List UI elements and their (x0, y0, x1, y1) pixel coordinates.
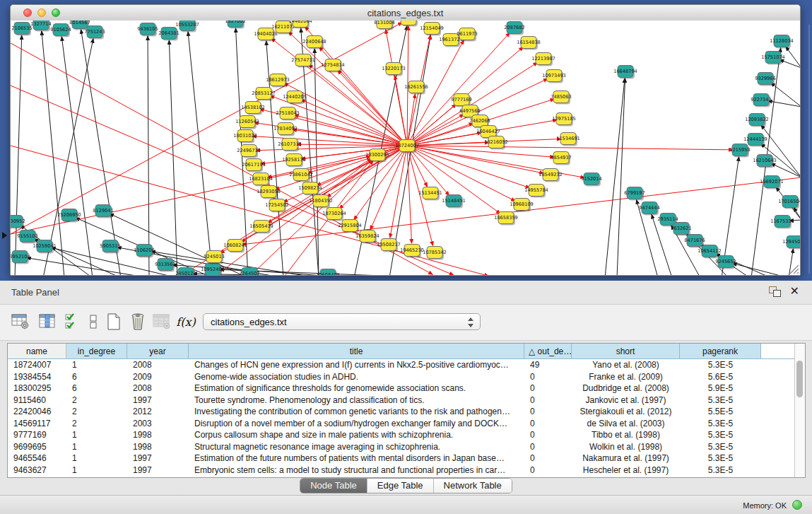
cell-in_degree[interactable]: 2 (66, 418, 127, 430)
graph-node[interactable]: 18730264 (322, 208, 346, 221)
table-row[interactable]: 946554611997Estimation of the future num… (8, 452, 805, 465)
graph-node[interactable]: 11128034 (770, 35, 794, 49)
cell-out_degree[interactable]: 0 (524, 395, 572, 407)
close-icon[interactable]: ✕ (790, 284, 799, 298)
cell-short[interactable]: Tibbo et al. (1998) (572, 429, 680, 441)
graph-edge[interactable] (169, 40, 177, 276)
cell-in_degree[interactable]: 1 (66, 441, 127, 453)
cell-in_degree[interactable]: 6 (66, 371, 127, 383)
graph-node[interactable]: 16210643 (753, 155, 777, 168)
graph-node[interactable]: 15751074 (761, 52, 785, 65)
cell-pagerank[interactable]: 5.3E-5 (680, 418, 761, 430)
cell-in_degree[interactable]: 1 (66, 465, 127, 477)
cell-in_degree[interactable]: 6 (66, 382, 127, 395)
cell-title[interactable]: Estimation of the future numbers of pati… (189, 452, 524, 465)
cell-year[interactable]: 1997 (127, 465, 189, 477)
graph-node[interactable]: 2450122 (175, 268, 196, 276)
graph-node[interactable]: 9474444 (639, 202, 659, 216)
column-header-year[interactable]: year (127, 344, 189, 359)
cell-in_degree[interactable]: 2 (66, 406, 127, 418)
graph-node[interactable]: 16648794 (613, 66, 637, 79)
cell-pagerank[interactable]: 5.3E-5 (680, 395, 761, 407)
graph-node[interactable]: 12945012 (782, 236, 801, 250)
cell-year[interactable]: 1997 (127, 395, 189, 407)
cell-year[interactable]: 2009 (127, 371, 189, 383)
graph-node[interactable]: 10785342 (423, 247, 447, 260)
cell-year[interactable]: 2008 (127, 382, 189, 395)
cell-out_degree[interactable]: 0 (524, 441, 572, 453)
graph-node[interactable]: 11534691 (556, 133, 580, 146)
graph-node[interactable]: 5905315 (100, 240, 120, 254)
panel-collapse-arrow[interactable] (2, 232, 7, 239)
cell-short[interactable]: Dudbridge et al. (2008) (572, 382, 680, 395)
graph-edge[interactable] (148, 36, 149, 276)
cell-title[interactable]: Structural magnetic resonance image aver… (189, 441, 524, 453)
table-row[interactable]: 969969511998Structural magnetic resonanc… (8, 441, 805, 453)
graph-node[interactable]: 18031022 (233, 130, 257, 144)
show-columns-button[interactable] (37, 310, 58, 333)
cell-pagerank[interactable]: 5.3E-5 (680, 465, 761, 477)
graph-edge[interactable] (81, 30, 121, 276)
graph-edge[interactable] (42, 31, 64, 276)
cell-pagerank[interactable]: 5.3E-5 (680, 359, 761, 371)
network-canvas[interactable]: 2106535132771491056248014567775124394361… (11, 21, 801, 276)
cell-out_degree[interactable]: 0 (524, 406, 572, 418)
graph-node[interactable]: 17016504 (778, 196, 801, 209)
delete-table-button[interactable] (151, 310, 172, 333)
graph-node[interactable]: 9854937 (551, 152, 571, 165)
cell-short[interactable]: Yano et al. (2008) (572, 359, 680, 371)
cell-out_degree[interactable]: 0 (524, 429, 572, 441)
table-row[interactable]: 911546021997Tourette syndrome. Phenomeno… (8, 395, 805, 407)
column-header-in_degree[interactable]: in_degree (66, 344, 127, 359)
cell-title[interactable]: Tourette syndrome. Phenomenology and cla… (189, 395, 524, 407)
graph-edge[interactable] (779, 60, 801, 68)
table-row[interactable]: 946362711997Embryonic stem cells: a mode… (8, 465, 805, 477)
cell-year[interactable]: 2008 (127, 359, 189, 371)
graph-node[interactable]: 3952104 (11, 251, 30, 264)
column-header-pagerank[interactable]: pagerank (680, 344, 761, 359)
graph-edge[interactable] (407, 62, 538, 146)
graph-node[interactable]: 7751243 (84, 26, 105, 40)
cell-pagerank[interactable]: 5.5E-5 (680, 406, 761, 418)
graph-node[interactable]: 1215958 (729, 144, 750, 158)
cell-year[interactable]: 1998 (127, 441, 189, 453)
graph-node[interactable]: 23861042 (289, 169, 313, 182)
cell-in_degree[interactable]: 1 (66, 359, 127, 371)
cell-name[interactable]: 14569117 (8, 418, 66, 430)
cell-out_degree[interactable]: 49 (524, 359, 572, 371)
graph-node[interactable]: 11675331 (770, 216, 794, 229)
network-table-selector[interactable]: citations_edges.txt (203, 313, 481, 330)
cell-name[interactable]: 18300295 (8, 382, 66, 395)
graph-node[interactable]: 22400648 (302, 36, 326, 49)
cell-title[interactable]: Corpus callosum shape and size in male p… (189, 429, 524, 441)
cell-pagerank[interactable]: 5.6E-5 (680, 371, 761, 383)
cell-out_degree[interactable]: 0 (524, 452, 572, 465)
column-header-out_degree[interactable]: △ out_de… (524, 344, 572, 359)
graph-node[interactable]: 9329966 (755, 73, 775, 86)
graph-node[interactable]: 14955784 (524, 185, 548, 198)
column-header-title[interactable]: title (189, 344, 524, 359)
cell-pagerank[interactable]: 5.3E-5 (680, 429, 761, 441)
graph-edge[interactable] (771, 83, 801, 107)
graph-edge[interactable] (617, 78, 625, 276)
cell-name[interactable]: 18724007 (8, 359, 66, 371)
graph-node[interactable]: 22915804 (338, 220, 362, 233)
float-window-icon[interactable] (769, 286, 781, 297)
column-header-short[interactable]: short (572, 344, 680, 359)
graph-node[interactable]: 8129041 (93, 205, 113, 218)
cell-title[interactable]: Estimation of significance thresholds fo… (189, 382, 524, 395)
graph-node[interactable]: 16154838 (517, 37, 541, 50)
graph-edge[interactable] (188, 32, 213, 276)
graph-node[interactable]: 1527002 (225, 21, 245, 29)
cell-name[interactable]: 22420046 (8, 406, 66, 418)
cell-name[interactable]: 9699695 (8, 441, 66, 453)
resize-grip-icon[interactable] (788, 263, 799, 274)
graph-node[interactable]: 13220173 (382, 63, 406, 76)
graph-edge[interactable] (295, 115, 407, 146)
cell-year[interactable]: 2003 (127, 418, 189, 430)
table-row[interactable]: 2242004622012Investigating the contribut… (8, 406, 805, 418)
graph-edge[interactable] (338, 70, 407, 146)
cell-name[interactable]: 9465546 (8, 452, 66, 465)
cell-title[interactable]: Embryonic stem cells: a model to study s… (189, 465, 524, 477)
cell-title[interactable]: Genome-wide association studies in ADHD. (189, 371, 524, 383)
